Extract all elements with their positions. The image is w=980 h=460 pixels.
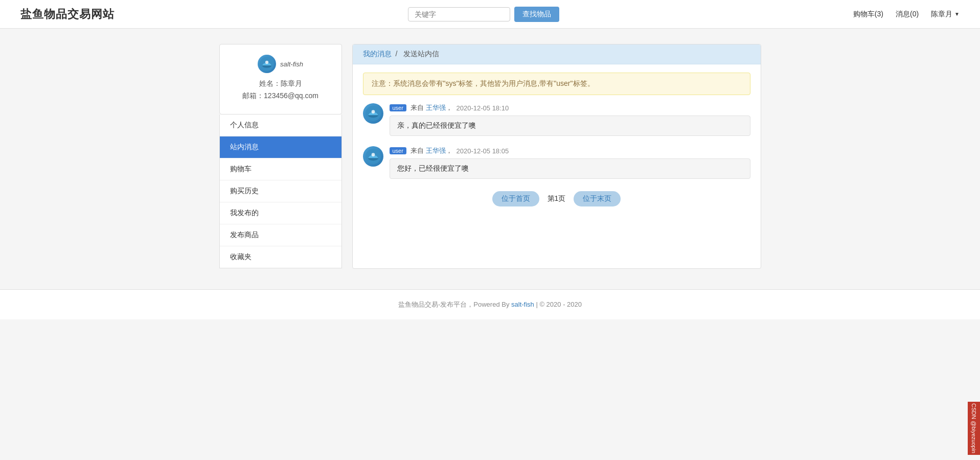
sidebar-item-publish-goods[interactable]: 发布商品 (220, 224, 341, 246)
footer: 盐鱼物品交易-发布平台，Powered By salt-fish | © 202… (0, 289, 980, 319)
footer-text-before: 盐鱼物品交易-发布平台，Powered By (398, 301, 511, 308)
breadcrumb: 我的消息 / 发送站内信 (353, 44, 761, 64)
search-button[interactable]: 查找物品 (514, 7, 559, 22)
content-body: 注意：系统消息会带有"sys"标签，其他皆为用户消息,带有"user"标签。 u… (353, 64, 761, 225)
user-tag-2: user (390, 147, 406, 154)
breadcrumb-separator: / (395, 50, 397, 58)
msg-bubble-1: 亲，真的已经很便宜了噢 (390, 116, 750, 136)
svg-point-2 (265, 61, 268, 64)
breadcrumb-home[interactable]: 我的消息 (363, 50, 392, 58)
msg-content-1: user 来自 王华强， 2020-12-05 18:10 亲，真的已经很便宜了… (390, 103, 750, 136)
msg-meta-2: user 来自 王华强， 2020-12-05 18:05 (390, 146, 750, 155)
header-nav: 购物车(3) 消息(0) 陈章月 ▼ (853, 10, 960, 19)
profile-email: 邮箱：123456@qq.com (230, 91, 331, 101)
sidebar-menu: 个人信息 站内消息 购物车 购买历史 我发布的 发布商品 收藏夹 (219, 114, 342, 268)
message-item-2: user 来自 王华强， 2020-12-05 18:05 您好，已经很便宜了噢 (363, 146, 750, 179)
avatar-brand-label: salt-fish (280, 60, 303, 68)
sidebar-item-personal-info[interactable]: 个人信息 (220, 114, 341, 136)
user-dropdown[interactable]: 陈章月 ▼ (931, 10, 960, 19)
search-input[interactable] (408, 7, 510, 21)
footer-text-after: | © 2020 - 2020 (534, 301, 582, 308)
sidebar: salt-fish 姓名：陈章月 邮箱：123456@qq.com 个人信息 站… (219, 44, 342, 269)
avatar (258, 55, 276, 73)
sidebar-avatar: salt-fish (230, 55, 331, 73)
message-item-1: user 来自 王华强， 2020-12-05 18:10 亲，真的已经很便宜了… (363, 103, 750, 136)
header: 盐鱼物品交易网站 查找物品 购物车(3) 消息(0) 陈章月 ▼ (0, 0, 980, 29)
msg-sender-link-2[interactable]: 王华强 (426, 147, 446, 154)
site-logo: 盐鱼物品交易网站 (20, 7, 115, 22)
msg-avatar-2 (363, 146, 383, 167)
msg-from-1: 来自 王华强， (411, 103, 452, 112)
chevron-down-icon: ▼ (954, 11, 960, 17)
search-bar: 查找物品 (408, 7, 559, 22)
content-panel: 我的消息 / 发送站内信 注意：系统消息会带有"sys"标签，其他皆为用户消息,… (352, 44, 761, 269)
sidebar-profile: salt-fish 姓名：陈章月 邮箱：123456@qq.com (219, 44, 342, 114)
sidebar-item-purchase-history[interactable]: 购买历史 (220, 180, 341, 202)
msg-content-2: user 来自 王华强， 2020-12-05 18:05 您好，已经很便宜了噢 (390, 146, 750, 179)
sidebar-item-favorites[interactable]: 收藏夹 (220, 246, 341, 268)
msg-time-2: 2020-12-05 18:05 (457, 147, 509, 155)
user-name-label: 陈章月 (931, 10, 952, 19)
first-page-button[interactable]: 位于首页 (492, 191, 539, 206)
sidebar-item-station-msg[interactable]: 站内消息 (220, 136, 341, 158)
current-page-info: 第1页 (548, 194, 566, 203)
msg-from-2: 来自 王华强， (411, 146, 452, 155)
footer-brand-link[interactable]: salt-fish (511, 301, 534, 308)
cart-link[interactable]: 购物车(3) (853, 10, 883, 19)
message-link[interactable]: 消息(0) (896, 10, 919, 19)
user-tag-1: user (390, 104, 406, 111)
notice-box: 注意：系统消息会带有"sys"标签，其他皆为用户消息,带有"user"标签。 (363, 73, 750, 95)
sidebar-item-my-published[interactable]: 我发布的 (220, 202, 341, 224)
last-page-button[interactable]: 位于末页 (574, 191, 621, 206)
svg-point-5 (371, 110, 375, 113)
msg-time-1: 2020-12-05 18:10 (457, 104, 509, 112)
svg-point-8 (371, 153, 375, 156)
main-container: salt-fish 姓名：陈章月 邮箱：123456@qq.com 个人信息 站… (209, 44, 771, 269)
msg-avatar-1 (363, 103, 383, 124)
msg-bubble-2: 您好，已经很便宜了噢 (390, 158, 750, 179)
profile-name: 姓名：陈章月 (230, 79, 331, 88)
breadcrumb-current: 发送站内信 (403, 50, 439, 58)
msg-sender-link-1[interactable]: 王华强 (426, 104, 446, 111)
sidebar-info: 姓名：陈章月 邮箱：123456@qq.com (230, 79, 331, 101)
sidebar-item-cart[interactable]: 购物车 (220, 158, 341, 180)
pagination: 位于首页 第1页 位于末页 (363, 191, 750, 217)
msg-meta-1: user 来自 王华强， 2020-12-05 18:10 (390, 103, 750, 112)
